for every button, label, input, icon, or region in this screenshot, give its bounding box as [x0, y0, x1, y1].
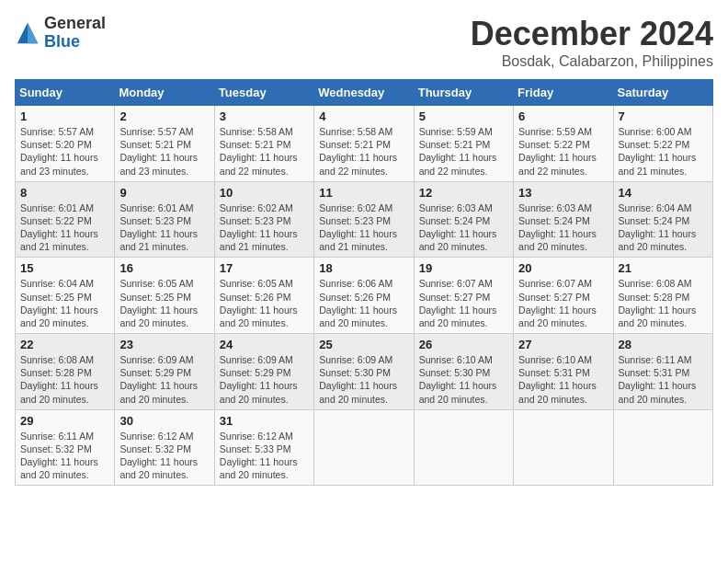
day-number: 17 — [220, 261, 309, 275]
day-info: Sunrise: 6:03 AMSunset: 5:24 PMDaylight:… — [419, 201, 508, 254]
calendar-cell: 28Sunrise: 6:11 AMSunset: 5:31 PMDayligh… — [613, 334, 712, 410]
day-number: 6 — [518, 109, 608, 123]
week-row-1: 1Sunrise: 5:57 AMSunset: 5:20 PMDaylight… — [16, 106, 713, 182]
day-header-monday: Monday — [115, 80, 214, 106]
day-info: Sunrise: 5:59 AMSunset: 5:21 PMDaylight:… — [419, 125, 508, 178]
calendar-cell: 2Sunrise: 5:57 AMSunset: 5:21 PMDaylight… — [115, 106, 214, 182]
day-header-wednesday: Wednesday — [314, 80, 414, 106]
day-number: 14 — [619, 186, 708, 200]
month-title: December 2024 — [471, 15, 713, 53]
day-info: Sunrise: 6:09 AMSunset: 5:30 PMDaylight:… — [319, 353, 408, 406]
day-info: Sunrise: 6:07 AMSunset: 5:27 PMDaylight:… — [518, 277, 608, 329]
day-number: 22 — [20, 338, 109, 351]
day-info: Sunrise: 6:02 AMSunset: 5:23 PMDaylight:… — [220, 201, 309, 254]
svg-marker-1 — [28, 23, 38, 43]
calendar-cell: 5Sunrise: 5:59 AMSunset: 5:21 PMDaylight… — [414, 106, 513, 182]
calendar-cell: 15Sunrise: 6:04 AMSunset: 5:25 PMDayligh… — [16, 258, 115, 334]
day-number: 12 — [419, 186, 508, 200]
day-headers-row: SundayMondayTuesdayWednesdayThursdayFrid… — [16, 80, 713, 106]
week-row-2: 8Sunrise: 6:01 AMSunset: 5:22 PMDaylight… — [16, 181, 713, 258]
calendar-cell — [314, 409, 414, 486]
calendar-cell: 21Sunrise: 6:08 AMSunset: 5:28 PMDayligh… — [613, 258, 712, 334]
location-title: Bosdak, Calabarzon, Philippines — [471, 53, 713, 70]
day-number: 10 — [220, 186, 309, 200]
calendar-cell: 17Sunrise: 6:05 AMSunset: 5:26 PMDayligh… — [214, 258, 313, 334]
week-row-4: 22Sunrise: 6:08 AMSunset: 5:28 PMDayligh… — [16, 334, 713, 410]
logo-blue-text: Blue — [44, 32, 80, 51]
day-number: 5 — [419, 109, 508, 123]
day-number: 25 — [319, 338, 408, 351]
day-header-friday: Friday — [514, 80, 613, 106]
calendar-cell: 27Sunrise: 6:10 AMSunset: 5:31 PMDayligh… — [514, 334, 613, 410]
calendar-cell: 26Sunrise: 6:10 AMSunset: 5:30 PMDayligh… — [414, 334, 513, 410]
calendar-cell: 9Sunrise: 6:01 AMSunset: 5:23 PMDaylight… — [115, 181, 214, 258]
calendar-table: SundayMondayTuesdayWednesdayThursdayFrid… — [15, 79, 713, 486]
day-info: Sunrise: 6:05 AMSunset: 5:25 PMDaylight:… — [119, 277, 209, 329]
calendar-cell: 14Sunrise: 6:04 AMSunset: 5:24 PMDayligh… — [613, 181, 712, 258]
calendar-cell: 18Sunrise: 6:06 AMSunset: 5:26 PMDayligh… — [314, 258, 414, 334]
calendar-cell — [613, 409, 712, 486]
week-row-3: 15Sunrise: 6:04 AMSunset: 5:25 PMDayligh… — [16, 258, 713, 334]
day-number: 28 — [619, 338, 708, 351]
calendar-cell — [514, 409, 613, 486]
title-section: December 2024 Bosdak, Calabarzon, Philip… — [471, 15, 713, 70]
day-number: 9 — [119, 186, 209, 200]
calendar-cell: 16Sunrise: 6:05 AMSunset: 5:25 PMDayligh… — [115, 258, 214, 334]
day-info: Sunrise: 6:01 AMSunset: 5:22 PMDaylight:… — [20, 201, 109, 254]
day-info: Sunrise: 6:05 AMSunset: 5:26 PMDaylight:… — [220, 277, 309, 329]
calendar-cell: 23Sunrise: 6:09 AMSunset: 5:29 PMDayligh… — [115, 334, 214, 410]
day-info: Sunrise: 6:11 AMSunset: 5:32 PMDaylight:… — [20, 430, 109, 482]
calendar-cell: 10Sunrise: 6:02 AMSunset: 5:23 PMDayligh… — [214, 181, 313, 258]
day-header-saturday: Saturday — [613, 80, 712, 106]
day-number: 16 — [119, 261, 209, 275]
page-header: General Blue December 2024 Bosdak, Calab… — [15, 15, 713, 70]
calendar-cell: 7Sunrise: 6:00 AMSunset: 5:22 PMDaylight… — [613, 106, 712, 182]
day-info: Sunrise: 6:08 AMSunset: 5:28 PMDaylight:… — [619, 277, 708, 329]
calendar-cell: 6Sunrise: 5:59 AMSunset: 5:22 PMDaylight… — [514, 106, 613, 182]
calendar-cell: 11Sunrise: 6:02 AMSunset: 5:23 PMDayligh… — [314, 181, 414, 258]
calendar-cell: 13Sunrise: 6:03 AMSunset: 5:24 PMDayligh… — [514, 181, 613, 258]
day-number: 11 — [319, 186, 408, 200]
day-info: Sunrise: 6:12 AMSunset: 5:33 PMDaylight:… — [220, 430, 309, 482]
day-number: 13 — [518, 186, 608, 200]
day-number: 27 — [518, 338, 608, 351]
day-number: 30 — [119, 414, 209, 428]
day-number: 20 — [518, 261, 608, 275]
day-number: 8 — [20, 186, 109, 200]
calendar-cell: 4Sunrise: 5:58 AMSunset: 5:21 PMDaylight… — [314, 106, 414, 182]
day-number: 15 — [20, 261, 109, 275]
day-number: 2 — [119, 109, 209, 123]
day-number: 26 — [419, 338, 508, 351]
logo-icon — [15, 20, 40, 46]
day-info: Sunrise: 6:00 AMSunset: 5:22 PMDaylight:… — [619, 125, 708, 178]
calendar-cell: 24Sunrise: 6:09 AMSunset: 5:29 PMDayligh… — [214, 334, 313, 410]
calendar-cell: 19Sunrise: 6:07 AMSunset: 5:27 PMDayligh… — [414, 258, 513, 334]
calendar-cell: 20Sunrise: 6:07 AMSunset: 5:27 PMDayligh… — [514, 258, 613, 334]
logo: General Blue — [15, 15, 106, 52]
day-number: 7 — [619, 109, 708, 123]
calendar-cell: 8Sunrise: 6:01 AMSunset: 5:22 PMDaylight… — [16, 181, 115, 258]
day-info: Sunrise: 6:03 AMSunset: 5:24 PMDaylight:… — [518, 201, 608, 254]
day-number: 24 — [220, 338, 309, 351]
day-number: 29 — [20, 414, 109, 428]
day-info: Sunrise: 5:58 AMSunset: 5:21 PMDaylight:… — [220, 125, 309, 178]
day-info: Sunrise: 6:10 AMSunset: 5:30 PMDaylight:… — [419, 353, 508, 406]
day-info: Sunrise: 6:07 AMSunset: 5:27 PMDaylight:… — [419, 277, 508, 329]
day-info: Sunrise: 6:01 AMSunset: 5:23 PMDaylight:… — [119, 201, 209, 254]
week-row-5: 29Sunrise: 6:11 AMSunset: 5:32 PMDayligh… — [16, 409, 713, 486]
calendar-cell: 31Sunrise: 6:12 AMSunset: 5:33 PMDayligh… — [214, 409, 313, 486]
calendar-cell: 3Sunrise: 5:58 AMSunset: 5:21 PMDaylight… — [214, 106, 313, 182]
day-info: Sunrise: 6:09 AMSunset: 5:29 PMDaylight:… — [119, 353, 209, 406]
day-info: Sunrise: 6:08 AMSunset: 5:28 PMDaylight:… — [20, 353, 109, 406]
day-info: Sunrise: 5:57 AMSunset: 5:20 PMDaylight:… — [20, 125, 109, 178]
day-header-sunday: Sunday — [16, 80, 115, 106]
day-info: Sunrise: 6:09 AMSunset: 5:29 PMDaylight:… — [220, 353, 309, 406]
logo-general-text: General — [44, 14, 106, 32]
day-info: Sunrise: 5:59 AMSunset: 5:22 PMDaylight:… — [518, 125, 608, 178]
day-number: 21 — [619, 261, 708, 275]
calendar-cell — [414, 409, 513, 486]
day-info: Sunrise: 6:02 AMSunset: 5:23 PMDaylight:… — [319, 201, 408, 254]
calendar-cell: 1Sunrise: 5:57 AMSunset: 5:20 PMDaylight… — [16, 106, 115, 182]
calendar-cell: 30Sunrise: 6:12 AMSunset: 5:32 PMDayligh… — [115, 409, 214, 486]
calendar-cell: 12Sunrise: 6:03 AMSunset: 5:24 PMDayligh… — [414, 181, 513, 258]
